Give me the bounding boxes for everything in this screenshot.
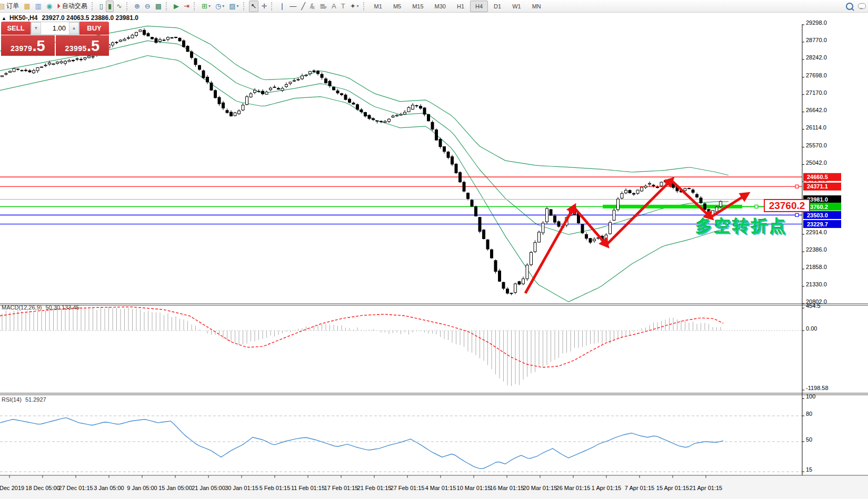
auto-scroll-icon: ▶ [174,3,179,9]
crosshair-icon[interactable]: ✛ [259,1,269,12]
tf-mn[interactable]: MN [527,1,546,12]
channel-icon[interactable]: ⫽E [308,1,317,12]
dropdown-caret-icon: ▾ [357,4,359,8]
tf-w1[interactable]: W1 [507,1,526,12]
tf-m30[interactable]: M30 [430,1,451,12]
text-icon[interactable]: A [330,1,338,12]
rsi-name: RSI(14) [2,396,22,403]
bar-chart-icon[interactable]: ▯ [97,1,105,12]
tf-m5[interactable]: M5 [388,1,406,12]
tile-windows-icon[interactable]: ▩ [153,1,164,12]
trendline-icon[interactable]: ╱ [299,1,307,12]
tf-m5-label: M5 [390,3,404,9]
price-tick-label: 25570.0 [806,142,827,148]
sell-price-box[interactable]: 23979 .5 [1,35,55,56]
tf-h1[interactable]: H1 [452,1,470,12]
auto-scroll-icon[interactable]: ▶ [172,1,181,12]
price-tick-label: 27698.0 [806,72,827,78]
toolbar-grip [92,2,95,11]
tf-d1-label: D1 [491,3,504,9]
price-tick-label: 26642.0 [806,107,827,113]
new-order-button[interactable]: ▤订单 [0,1,21,12]
buy-price-main: 23995 [65,44,86,53]
price-badge-text: 24660.5 [807,174,828,180]
buy-button[interactable]: BUY [79,22,109,35]
vertical-line-icon[interactable]: ❘ [277,1,287,12]
time-tick-label: 21 Apr 01:15 [690,485,722,491]
chat-icon[interactable] [856,1,868,12]
price-tick-label: 28242.0 [806,54,827,61]
search-icon[interactable] [844,1,855,12]
object-arrow-icon: ▴ [3,15,5,21]
tile-windows-icon: ▩ [155,3,162,9]
rsi-scale-label: 50 [806,436,812,443]
tf-m15[interactable]: M15 [407,1,428,12]
volume-down-button[interactable]: ▼ [31,22,41,34]
time-tick-label: 17 Feb 01:15 [324,485,358,491]
chat-icon [858,3,866,9]
fibonacci-icon[interactable]: ≣F [317,1,329,12]
time-tick-label: 4 Mar 01:15 [425,485,456,491]
toolbar-grip [126,2,130,11]
line-anchor-marker [795,185,799,188]
chart-ohlc-header: ▴ HK50-,H4 23927.0 24063.5 23886.0 23981… [3,14,138,22]
time-tick-label: 16 Mar 01:15 [490,485,524,491]
tf-d1[interactable]: D1 [488,1,506,12]
templates-icon[interactable]: ▨▾ [227,1,241,12]
macd-pane-label: MACD(12,26,9) 50.30 133.45 [2,304,79,311]
tf-h4[interactable]: H4 [470,1,488,12]
line-chart-icon: ∿ [116,3,122,9]
new-chart-icon[interactable]: ▦ [22,1,32,12]
cursor-icon[interactable]: ↖ [249,1,259,12]
signals-icon: ◉ [46,3,52,9]
price-badge-text: 24371.1 [807,183,828,189]
sell-button[interactable]: SELL [1,22,31,35]
zoom-out-icon[interactable]: ⊖ [143,1,153,12]
price-tick-label: 26114.0 [806,124,826,131]
chart-area[interactable]: 29298.028770.028242.027698.027170.026642… [0,13,868,499]
label-icon: T [341,3,345,9]
line-chart-icon[interactable]: ∿ [114,1,124,12]
macd-scale-label: 454.5 [806,303,821,309]
autotrading-button[interactable]: ⏵自动交易 [55,1,89,12]
bollinger-lower [0,56,729,302]
time-tick-label: 27 Dec 01:15 [58,485,93,491]
buy-price-fraction: .5 [87,38,99,54]
volume-input[interactable]: 1.00 [41,22,69,34]
time-tick-label: 10 Mar 01:15 [457,485,491,491]
price-axis[interactable]: 29298.028770.028242.027698.027170.026642… [802,19,841,475]
price-tick-label: 22386.0 [806,246,827,253]
buy-price-box[interactable]: 23995 .5 [56,35,109,56]
text-icon: A [332,3,336,9]
profiles-icon[interactable]: ▥ [33,1,44,12]
horizontal-line-icon: ― [290,3,296,9]
tf-w1-label: W1 [509,3,524,9]
ohlc-values: 23927.0 24063.5 23886.0 23981.0 [42,14,138,22]
dropdown-caret-icon: ▾ [208,4,211,8]
toolbar-grip [271,2,275,11]
chart-canvas[interactable]: 29298.028770.028242.027698.027170.026642… [0,13,868,499]
zoom-in-icon[interactable]: ⊕ [132,1,142,12]
signals-icon[interactable]: ◉ [44,1,54,12]
periods-icon[interactable]: ◷▾ [213,1,226,12]
indicators-icon[interactable]: ⊞▾ [199,1,213,12]
time-tick-label: 5 Feb 01:15 [260,485,291,491]
price-callout[interactable]: 23760.2 [764,199,810,212]
rsi-values: 51.2927 [25,396,46,403]
horizontal-line-icon[interactable]: ― [287,1,298,12]
candlestick-chart-icon[interactable]: ▮ [106,1,114,12]
macd-values: 50.30 133.45 [45,304,79,311]
trend-arrow [525,207,574,293]
price-tick-label: 25042.0 [806,159,827,166]
tf-m1[interactable]: M1 [369,1,387,12]
arrows-icon[interactable]: ✦▾ [348,1,361,12]
vertical-line-icon: ❘ [279,3,285,9]
crosshair-icon: ✛ [261,3,267,9]
tf-m30-label: M30 [432,3,449,9]
toolbar-grip [166,2,169,11]
chart-shift-icon[interactable]: ⇥ [182,1,192,12]
volume-up-button[interactable]: ▲ [69,22,79,34]
rsi-line [0,418,723,469]
label-icon[interactable]: T [339,1,347,12]
tf-m15-label: M15 [409,3,426,9]
